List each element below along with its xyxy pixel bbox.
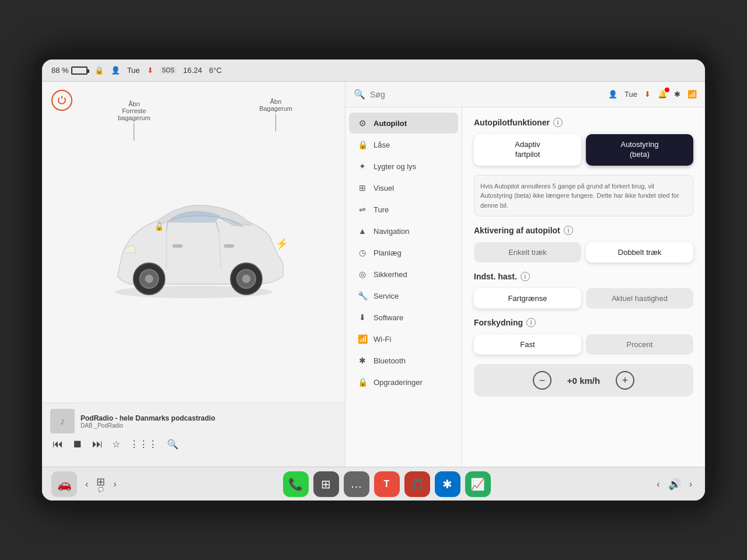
autopilot-icon: ⊙ (357, 118, 368, 128)
search-input[interactable] (370, 90, 603, 99)
download-icon-header: ⬇ (644, 90, 651, 99)
speed-decrease-button[interactable]: − (533, 371, 551, 390)
sidebar-item-label-bluetooth: Bluetooth (374, 356, 406, 365)
user-icon-header: 👤 (608, 90, 617, 99)
media-thumbnail: ♪ (50, 409, 75, 433)
sidebar-item-software[interactable]: ⬇ Software (349, 307, 458, 328)
stop-button[interactable]: ⏹ (72, 438, 83, 450)
sidebar-item-label-lygter: Lygter og lys (374, 162, 416, 171)
favorite-button[interactable]: ☆ (112, 439, 120, 450)
sidebar-item-label-software: Software (374, 313, 403, 322)
activation-title: Aktivering af autopilot i (474, 226, 693, 235)
sidebar-item-opgraderinger[interactable]: 🔒 Opgraderinger (349, 372, 458, 393)
sidebar-item-label-laase: Låse (374, 141, 390, 149)
download-icon-status: ⬇ (147, 66, 153, 75)
bell-icon[interactable]: 🔔 (658, 90, 667, 99)
activation-info-icon[interactable]: i (564, 226, 573, 235)
sidebar-item-label-service: Service (374, 292, 399, 300)
volume-control[interactable]: 🔊 (668, 478, 681, 491)
wifi-icon: 📶 (357, 334, 368, 344)
front-trunk-label[interactable]: Åbn Forreste bagagerum (118, 100, 151, 142)
single-pull-button[interactable]: Enkelt træk (474, 242, 581, 262)
light-icon: ✦ (357, 162, 368, 171)
percent-button[interactable]: Procent (586, 334, 693, 355)
user-name-header: Tue (624, 90, 637, 99)
sidebar-item-label-autopilot: Autopilot (374, 119, 407, 128)
offset-title: Forskydning i (474, 318, 693, 327)
taskbar-bluetooth-app[interactable]: ✱ (435, 471, 460, 497)
car-visual-area: Åbn Forreste bagagerum Åbn Bagagerum (42, 82, 345, 402)
speed-increase-button[interactable]: + (616, 371, 634, 390)
autosteer-button[interactable]: Autostyring (beta) (586, 134, 693, 166)
battery-indicator: 88 % (51, 66, 88, 75)
activation-buttons: Enkelt træk Dobbelt træk (474, 242, 693, 262)
svg-point-5 (145, 275, 153, 283)
sidebar-item-wifi[interactable]: 📶 Wi-Fi (349, 328, 458, 349)
sidebar-item-service[interactable]: 🔧 Service (349, 285, 458, 306)
next-button[interactable]: ⏭ (92, 438, 103, 450)
sidebar-item-navigation[interactable]: ▲ Navigation (349, 220, 458, 242)
taskbar-dots-app[interactable]: … (344, 471, 369, 497)
media-subtitle: DAB _PodRadio (81, 422, 337, 429)
search-media-button[interactable]: 🔍 (167, 439, 179, 450)
speed-info-icon[interactable]: i (521, 272, 530, 281)
status-bar: 88 % 🔒 👤 Tue ⬇ SOS 16.24 6°C (42, 60, 705, 82)
svg-point-8 (242, 275, 250, 283)
taskbar-next-icon[interactable]: › (686, 475, 696, 493)
autopilot-functions-info-icon[interactable]: i (553, 118, 563, 127)
speed-mode-buttons: Fartgrænse Aktuel hastighed (474, 288, 693, 309)
upgrades-icon: 🔒 (357, 377, 368, 387)
taskbar-media-skip[interactable]: ⊞ 💬 (96, 475, 105, 492)
trips-icon: ⇌ (357, 205, 368, 214)
adaptive-cruise-button[interactable]: Adaptiv fartpilot (474, 134, 581, 166)
sidebar-item-planlaeg[interactable]: ◷ Planlæg (349, 242, 458, 263)
sidebar-item-autopilot[interactable]: ⊙ Autopilot (349, 113, 458, 134)
taskbar-phone-app[interactable]: 📞 (283, 471, 309, 497)
sidebar-item-sikkerhed[interactable]: ◎ Sikkerhed (349, 264, 458, 285)
taskbar-cards-app[interactable]: ⊞ (313, 471, 339, 497)
taskbar-prev-icon[interactable]: ‹ (653, 475, 663, 493)
screen-outer: 88 % 🔒 👤 Tue ⬇ SOS 16.24 6°C (35, 52, 712, 508)
sidebar-item-laase[interactable]: 🔒 Låse (349, 134, 458, 155)
volume-icon: 🔊 (668, 478, 681, 491)
speed-limit-button[interactable]: Fartgrænse (474, 288, 581, 309)
sidebar-menu: ⊙ Autopilot 🔒 Låse ✦ Lygter og lys ⊞ (345, 107, 462, 467)
taskbar-id-app[interactable]: T (374, 471, 400, 497)
battery-icon (71, 66, 88, 75)
sidebar-item-lygter[interactable]: ✦ Lygter og lys (349, 156, 458, 177)
signal-icon-header: 📶 (687, 90, 697, 99)
offset-info-icon[interactable]: i (526, 318, 536, 327)
header-icons: 👤 Tue ⬇ 🔔 ✱ 📶 (608, 90, 697, 99)
prev-button[interactable]: ⏮ (53, 438, 63, 450)
taskbar-music-app[interactable]: 🎵 (404, 471, 430, 497)
sidebar-item-visuel[interactable]: ⊞ Visuel (349, 177, 458, 198)
sidebar-item-ture[interactable]: ⇌ Ture (349, 199, 458, 220)
main-area: Åbn Forreste bagagerum Åbn Bagagerum (42, 82, 705, 467)
fixed-button[interactable]: Fast (474, 334, 581, 355)
navigation-icon: ▲ (357, 226, 368, 236)
taskbar-chart-app[interactable]: 📈 (465, 471, 491, 497)
search-icon: 🔍 (354, 89, 365, 100)
sidebar-item-bluetooth[interactable]: ✱ Bluetooth (349, 350, 458, 371)
taskbar-car-icon[interactable]: 🚗 (51, 471, 77, 497)
bluetooth-icon-header: ✱ (674, 90, 680, 99)
visual-icon: ⊞ (357, 183, 368, 192)
media-text: PodRadio - hele Danmarks podcastradio DA… (81, 414, 337, 429)
lock-icon-status: 🔒 (95, 66, 104, 75)
screen-inner: 88 % 🔒 👤 Tue ⬇ SOS 16.24 6°C (42, 60, 705, 501)
taskbar-nav-right[interactable]: › (110, 475, 120, 493)
right-panel: 🔍 👤 Tue ⬇ 🔔 ✱ 📶 (345, 82, 705, 467)
search-bar: 🔍 👤 Tue ⬇ 🔔 ✱ 📶 (345, 82, 705, 107)
offset-type-buttons: Fast Procent (474, 334, 693, 355)
equalizer-button[interactable]: ⋮⋮⋮ (130, 439, 158, 450)
media-controls: ⏮ ⏹ ⏭ ☆ ⋮⋮⋮ 🔍 (50, 438, 337, 450)
autopilot-description: Hvis Autopilot annulleres 5 gange på gru… (474, 175, 693, 217)
plan-icon: ◷ (357, 248, 368, 257)
clock-status: 16.24 (183, 66, 203, 75)
autopilot-functions-title: Autopilotfunktioner i (474, 118, 693, 127)
rear-trunk-label[interactable]: Åbn Bagagerum (259, 98, 292, 133)
current-speed-button[interactable]: Aktuel hastighed (586, 288, 693, 309)
double-pull-button[interactable]: Dobbelt træk (586, 242, 693, 262)
media-player: ♪ PodRadio - hele Danmarks podcastradio … (42, 402, 345, 467)
taskbar-nav-left[interactable]: ‹ (82, 475, 92, 493)
